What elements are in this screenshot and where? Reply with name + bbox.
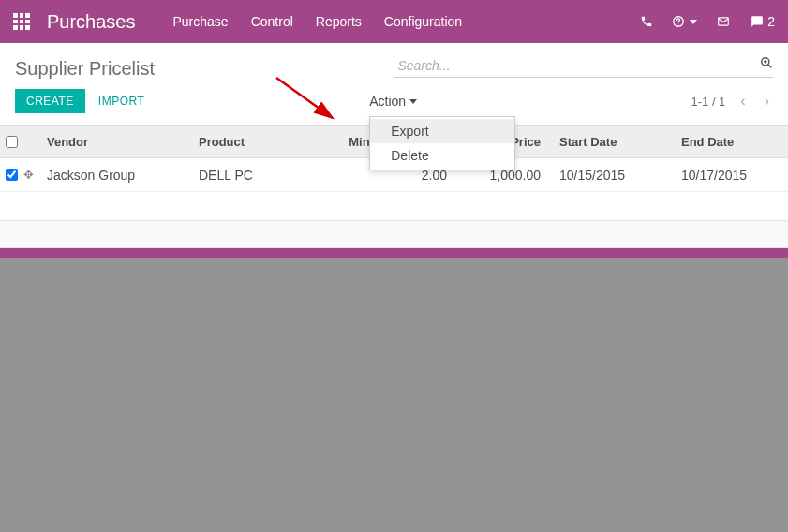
menu-purchase[interactable]: Purchase	[173, 14, 229, 29]
menu-configuration[interactable]: Configuration	[384, 14, 462, 29]
search-area	[394, 54, 774, 78]
create-button[interactable]: CREATE	[15, 89, 85, 113]
row-checkbox[interactable]	[6, 169, 18, 181]
th-end[interactable]: End Date	[672, 135, 784, 149]
action-dropdown: Export Delete	[369, 116, 515, 170]
caret-down-icon	[409, 99, 417, 104]
search-plus-icon[interactable]	[760, 56, 773, 73]
th-product[interactable]: Product	[199, 135, 292, 149]
select-all-checkbox[interactable]	[6, 136, 18, 148]
pager-next[interactable]: ›	[761, 91, 773, 111]
cell-start: 10/15/2015	[550, 168, 672, 183]
cell-product: DELL PC	[199, 168, 292, 183]
cell-vendor: Jackson Group	[47, 168, 199, 183]
svg-point-1	[678, 23, 679, 24]
dropdown-export[interactable]: Export	[370, 119, 514, 143]
search-input[interactable]	[394, 54, 774, 78]
action-label: Action	[369, 94, 406, 109]
th-vendor[interactable]: Vendor	[47, 135, 199, 149]
mail-icon[interactable]	[716, 15, 731, 28]
action-button[interactable]: Action	[369, 94, 417, 109]
dropdown-delete[interactable]: Delete	[370, 143, 514, 168]
svg-line-4	[768, 65, 772, 68]
breadcrumb: Supplier Pricelist	[15, 54, 394, 80]
messages-count: 2	[767, 14, 775, 29]
chevron-down-icon	[690, 20, 697, 24]
messages-icon[interactable]: 2	[750, 14, 775, 29]
menu-control[interactable]: Control	[251, 14, 293, 29]
footer-bar	[0, 248, 788, 258]
topbar: Purchases Purchase Control Reports Confi…	[0, 0, 788, 43]
import-button[interactable]: IMPORT	[98, 95, 144, 108]
content-area: Supplier Pricelist CREATE IMPORT Action …	[0, 43, 788, 248]
pager: 1-1 / 1 ‹ ›	[691, 91, 773, 111]
main-menu: Purchase Control Reports Configuration	[173, 14, 463, 29]
drag-handle-icon[interactable]: ✥	[23, 168, 34, 182]
top-icons: 2	[640, 14, 775, 29]
phone-icon[interactable]	[640, 15, 653, 28]
apps-icon[interactable]	[13, 13, 30, 30]
cell-end: 10/17/2015	[672, 168, 784, 183]
pager-text: 1-1 / 1	[691, 95, 725, 109]
blank-strip	[0, 220, 788, 248]
pager-prev[interactable]: ‹	[736, 91, 749, 111]
app-title: Purchases	[47, 11, 136, 33]
menu-reports[interactable]: Reports	[316, 14, 362, 29]
th-start[interactable]: Start Date	[550, 135, 672, 149]
help-icon[interactable]	[672, 15, 697, 28]
